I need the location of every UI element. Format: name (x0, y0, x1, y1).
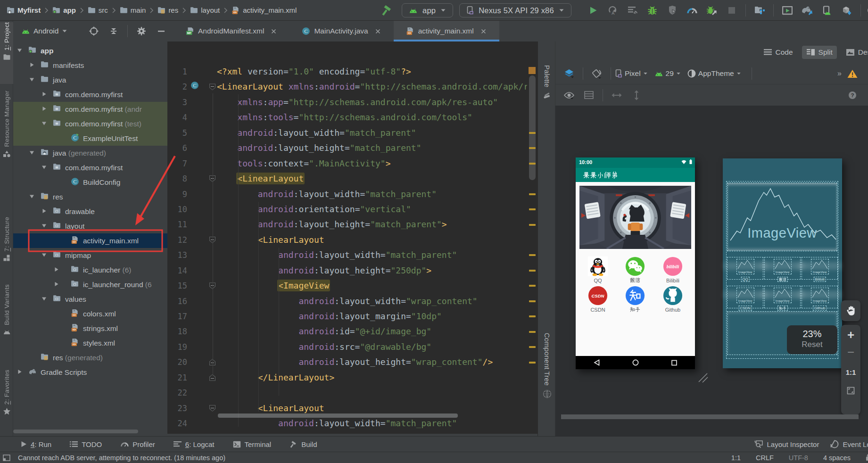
close-icon[interactable] (271, 29, 276, 34)
tree-item-com.demo.myfirst[interactable]: com.demo.myfirst (test) (13, 116, 167, 131)
device-manager-button[interactable] (820, 4, 834, 17)
error-stripe-mark[interactable] (529, 147, 536, 149)
project-tree-hscrollbar[interactable] (13, 430, 138, 433)
tool-window-button-terminal[interactable]: Terminal (233, 440, 272, 448)
gradle-sync-button[interactable] (800, 4, 814, 17)
status-item-11[interactable]: 1:1 (731, 454, 741, 462)
stop-button[interactable] (725, 4, 739, 17)
blueprint-tile[interactable]: ImageView (764, 257, 801, 280)
breadcrumb-item[interactable]: layout (190, 6, 220, 14)
build-project-button[interactable] (380, 4, 394, 17)
error-stripe-mark[interactable] (529, 346, 536, 348)
error-stripe-mark[interactable] (529, 224, 536, 226)
error-stripe-mark[interactable] (529, 208, 536, 210)
status-item-utf8[interactable]: UTF-8 (789, 454, 808, 462)
blueprint-tile[interactable]: ImageView Bilibili (802, 257, 838, 280)
zoom-in-button[interactable]: + (847, 329, 854, 341)
tool-window-button-6logcat[interactable]: 6: Logcat (174, 440, 215, 448)
help-button[interactable]: ? (845, 89, 860, 102)
constrain-horizontal-button[interactable] (610, 89, 624, 102)
tree-item-com.demo.myfirst[interactable]: com.demo.myfirst (13, 87, 167, 102)
warnings-button[interactable] (845, 67, 860, 80)
error-stripe-mark[interactable] (529, 285, 536, 287)
error-stripe-mark[interactable] (529, 300, 536, 302)
tree-expand-icon[interactable] (41, 296, 47, 301)
tree-item-java[interactable]: java (generated) (13, 146, 167, 160)
surface-type-button[interactable] (562, 67, 576, 80)
status-item-4spaces[interactable]: 4 spaces (823, 454, 851, 462)
tool-stripe----favorites[interactable]: 2: Favorites (0, 370, 13, 434)
breadcrumb-item[interactable]: Myfirst (7, 6, 41, 14)
api-version-menu[interactable]: 29 (654, 69, 681, 78)
apply-changes-button[interactable]: A (606, 4, 620, 17)
tool-stripe-resource-manager[interactable]: Resource Manager (0, 91, 13, 185)
profile-button[interactable] (665, 4, 679, 17)
zoom-100-button[interactable]: 1:1 (846, 368, 856, 376)
error-stripe-mark[interactable] (529, 331, 536, 333)
tree-item-values[interactable]: values (13, 292, 167, 306)
tree-item-layout[interactable]: layout (13, 219, 167, 233)
blueprint-imageview[interactable]: ImageView (727, 182, 837, 251)
settings-gear-button[interactable] (134, 25, 149, 38)
tree-collapse-icon[interactable] (41, 91, 47, 97)
fold-marker-icon[interactable] (209, 83, 215, 90)
tool-window-button-layoutinspector[interactable]: Layout Inspector (754, 440, 819, 448)
error-stripe-mark[interactable] (529, 315, 536, 317)
error-stripe-mark[interactable] (529, 362, 536, 364)
error-stripe-mark[interactable] (529, 132, 536, 134)
collapse-all-button[interactable] (107, 25, 121, 38)
tree-item-com.demo.myfirst[interactable]: com.demo.myfirst (andr (13, 102, 167, 116)
tool-stripe-palette[interactable]: Palette (538, 65, 556, 119)
tool-window-button-4run[interactable]: 4: Run (21, 440, 51, 448)
sdk-manager-button[interactable] (840, 4, 854, 17)
close-icon[interactable] (481, 29, 486, 34)
tree-expand-icon[interactable] (29, 77, 34, 82)
design-surface[interactable]: 10:00 (555, 106, 868, 436)
tree-item-BuildConfig[interactable]: C BuildConfig (13, 175, 167, 190)
tree-item-res[interactable]: res (generated) (13, 350, 167, 365)
tree-collapse-icon[interactable] (41, 208, 47, 214)
lock-icon[interactable] (866, 454, 868, 461)
hide-panel-button[interactable] (154, 25, 167, 38)
tool-window-button-build[interactable]: Build (289, 440, 317, 448)
apply-code-changes-button[interactable] (626, 4, 640, 17)
tool-stripe----structure[interactable]: 7: Structure (0, 217, 13, 279)
device-select[interactable]: Nexus 5X API 29 x86 (459, 3, 571, 17)
attach-debugger-button[interactable] (705, 4, 719, 17)
error-stripe-mark[interactable] (529, 254, 536, 256)
tree-expand-icon[interactable] (41, 223, 47, 228)
editor-error-stripe[interactable] (527, 41, 537, 434)
run-configuration-select[interactable]: app (402, 3, 453, 17)
preview-resize-handle[interactable] (698, 372, 708, 383)
status-message[interactable]: Cannot reach ADB server, attempting to r… (18, 454, 225, 462)
tree-item-com.demo.myfirst[interactable]: com.demo.myfirst (13, 160, 167, 175)
tool-stripe-component-tree[interactable]: Component Tree (538, 333, 556, 418)
tool-window-button-eventlog[interactable]: Event Log (830, 440, 868, 448)
tree-collapse-icon[interactable] (29, 62, 34, 67)
error-stripe-mark[interactable] (529, 163, 536, 165)
tab-MainActivity.java[interactable]: C MainActivity.java (289, 21, 393, 41)
close-icon[interactable] (375, 29, 380, 34)
tool-stripe-build-variants[interactable]: Build Variants (0, 284, 13, 367)
constrain-vertical-button[interactable] (629, 89, 644, 102)
blueprint-tile[interactable]: ImageView Github (802, 286, 838, 308)
zoom-out-button[interactable]: − (847, 347, 854, 357)
mode-code[interactable]: Code (759, 46, 797, 59)
zoom-reset-button[interactable]: Reset (787, 340, 837, 349)
tool-stripe----project[interactable]: 1: Project (0, 22, 13, 84)
tree-item-colors.xml[interactable]: <> colors.xml (13, 306, 167, 321)
tree-expand-icon[interactable] (29, 194, 34, 199)
tree-collapse-icon[interactable] (54, 281, 59, 287)
blueprint-tile[interactable]: ImageView QQ (727, 257, 763, 280)
tab-AndroidManifest.xml[interactable]: MF AndroidManifest.xml (174, 21, 289, 41)
breadcrumb-item[interactable]: app (52, 6, 76, 14)
tool-window-button-todo[interactable]: TODO (70, 440, 102, 448)
tree-collapse-icon[interactable] (17, 369, 22, 374)
tree-item-GradleScripts[interactable]: Gradle Scripts (13, 365, 167, 380)
tool-window-button-profiler[interactable]: Profiler (120, 440, 155, 448)
status-item-crlf[interactable]: CRLF (756, 454, 774, 462)
breadcrumb-item[interactable]: <> activity_main.xml (231, 6, 297, 15)
tree-item-ic_launcher[interactable]: ic_launcher (6) (13, 263, 167, 277)
code-editor[interactable]: 1 <?xml version="1.0" encoding="utf-8"?>… (167, 41, 537, 434)
tree-expand-icon[interactable] (41, 121, 47, 126)
